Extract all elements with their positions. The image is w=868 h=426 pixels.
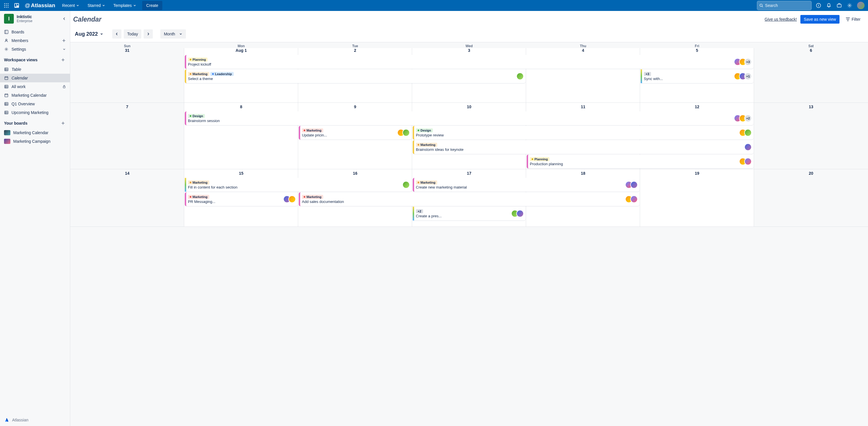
- sidebar-collapse-icon[interactable]: [61, 15, 68, 22]
- bell-icon[interactable]: [824, 1, 834, 10]
- day-number: 4: [526, 48, 640, 54]
- workspace-name: Inktistic: [17, 14, 33, 19]
- user-avatar[interactable]: [857, 2, 865, 9]
- gear-icon[interactable]: [845, 1, 854, 10]
- chevron-down-icon: [179, 32, 183, 36]
- day-head: Mon: [184, 42, 298, 48]
- table-icon: [4, 101, 9, 106]
- svg-rect-27: [5, 77, 8, 80]
- event-card[interactable]: Design Brainstorm session +2: [185, 112, 753, 125]
- workspace-badge: I: [4, 14, 14, 24]
- day-number: 20: [754, 169, 868, 177]
- sidebar-item-boards[interactable]: Boards: [0, 28, 70, 36]
- event-card[interactable]: Marketing Fill in content for each secti…: [185, 178, 411, 192]
- atlassian-icon: [4, 417, 9, 423]
- event-card[interactable]: Marketing Create new marketing material: [413, 178, 640, 192]
- svg-point-0: [4, 3, 5, 4]
- day-number: 6: [754, 48, 868, 54]
- svg-point-1: [6, 3, 7, 4]
- create-button[interactable]: Create: [142, 1, 162, 10]
- sidebar-item-label: Members: [11, 38, 28, 43]
- event-card[interactable]: Marketing Add sales documentation: [299, 192, 640, 206]
- svg-rect-19: [5, 30, 8, 34]
- sidebar-section-views: Workspace views: [0, 55, 70, 64]
- prev-month-button[interactable]: [112, 29, 121, 38]
- trello-icon[interactable]: [12, 1, 21, 10]
- menu-starred[interactable]: Starred: [84, 1, 109, 10]
- chevron-down-icon[interactable]: [62, 48, 66, 51]
- brand-logo[interactable]: @Atlassian: [23, 2, 58, 9]
- view-picker[interactable]: Month: [160, 29, 186, 38]
- search-input[interactable]: [757, 1, 812, 10]
- day-number: 31: [70, 48, 184, 54]
- event-card[interactable]: Planning Project kickoff +3: [185, 55, 753, 69]
- sidebar-view-marketing-calendar[interactable]: Marketing Calendar: [0, 91, 70, 100]
- event-card[interactable]: +3 Sync with... +1: [641, 69, 753, 83]
- gear-icon: [4, 47, 9, 52]
- sidebar-view-calendar[interactable]: Calendar: [0, 74, 70, 82]
- table-icon: [4, 84, 9, 89]
- sidebar-view-upcoming[interactable]: Upcoming Marketing: [0, 108, 70, 117]
- event-title: Update pricin...: [302, 133, 410, 137]
- info-icon[interactable]: [814, 1, 823, 10]
- event-card[interactable]: Marketing Update pricin...: [299, 126, 411, 140]
- plus-icon[interactable]: [60, 57, 66, 63]
- svg-rect-10: [15, 4, 17, 7]
- month-picker[interactable]: Aug 2022: [72, 30, 106, 38]
- calendar-icon: [4, 76, 9, 80]
- sidebar-footer-label: Atlassian: [12, 418, 29, 422]
- event-title: Select a theme: [188, 77, 524, 81]
- svg-line-13: [762, 6, 763, 7]
- sidebar-board-marketing-campaign[interactable]: Marketing Campaign: [0, 137, 70, 146]
- menu-recent[interactable]: Recent: [59, 1, 83, 10]
- day-number: 2: [298, 48, 412, 54]
- main-header: Calendar Give us feedback! Save as new v…: [70, 11, 868, 27]
- day-number: 9: [298, 103, 412, 110]
- plus-icon[interactable]: [62, 38, 66, 42]
- sidebar-item-label: Marketing Calendar: [13, 130, 48, 135]
- svg-rect-23: [5, 68, 8, 71]
- event-card[interactable]: Planning Production planning: [527, 155, 753, 169]
- day-number: 12: [640, 103, 754, 110]
- briefcase-icon[interactable]: [835, 1, 844, 10]
- day-number: 5: [640, 48, 754, 54]
- event-title: Create a pres...: [416, 214, 524, 218]
- event-title: Production planning: [530, 162, 752, 166]
- page-title: Calendar: [73, 16, 101, 23]
- sidebar: I Inktistic Enterprise Boards Members: [0, 11, 70, 426]
- sidebar-item-members[interactable]: Members: [0, 36, 70, 45]
- save-view-button[interactable]: Save as new view: [800, 15, 839, 24]
- event-card[interactable]: +2 Create a pres...: [413, 207, 526, 220]
- svg-point-6: [4, 7, 5, 8]
- board-thumb: [4, 139, 10, 144]
- workspace-header[interactable]: I Inktistic Enterprise: [0, 11, 70, 27]
- svg-rect-44: [5, 111, 8, 114]
- event-card[interactable]: Marketing Brainstorm ideas for keynote: [413, 140, 753, 154]
- svg-point-8: [8, 7, 9, 8]
- event-card[interactable]: Design Prototype review: [413, 126, 753, 140]
- week-row: 7 8 9 10 11 12 13 Design Brains: [70, 103, 868, 169]
- sidebar-view-table[interactable]: Table: [0, 65, 70, 74]
- svg-point-21: [6, 39, 7, 40]
- sidebar-view-q1[interactable]: Q1 Overview: [0, 100, 70, 108]
- svg-rect-17: [837, 4, 841, 7]
- next-month-button[interactable]: [144, 29, 153, 38]
- menu-templates[interactable]: Templates: [110, 1, 140, 10]
- board-icon: [4, 30, 9, 34]
- event-card[interactable]: Marketing Leadership Select a theme: [185, 69, 526, 83]
- event-card[interactable]: Marketing PR Messaging...: [185, 192, 298, 206]
- event-title: Prototype review: [416, 133, 752, 137]
- calendar-icon: [4, 93, 9, 98]
- feedback-link[interactable]: Give us feedback!: [765, 17, 797, 22]
- day-number: Aug 1: [184, 48, 298, 54]
- plus-icon[interactable]: [60, 120, 66, 126]
- sidebar-item-settings[interactable]: Settings: [0, 45, 70, 54]
- sidebar-view-allwork[interactable]: All work: [0, 82, 70, 91]
- event-title: Create new marketing material: [416, 185, 638, 189]
- filter-button[interactable]: Filter: [843, 15, 863, 24]
- day-head: Thu: [526, 42, 640, 48]
- sidebar-board-marketing-calendar[interactable]: Marketing Calendar: [0, 128, 70, 137]
- today-button[interactable]: Today: [124, 29, 141, 38]
- sidebar-footer[interactable]: Atlassian: [0, 414, 70, 426]
- apps-icon[interactable]: [2, 1, 11, 10]
